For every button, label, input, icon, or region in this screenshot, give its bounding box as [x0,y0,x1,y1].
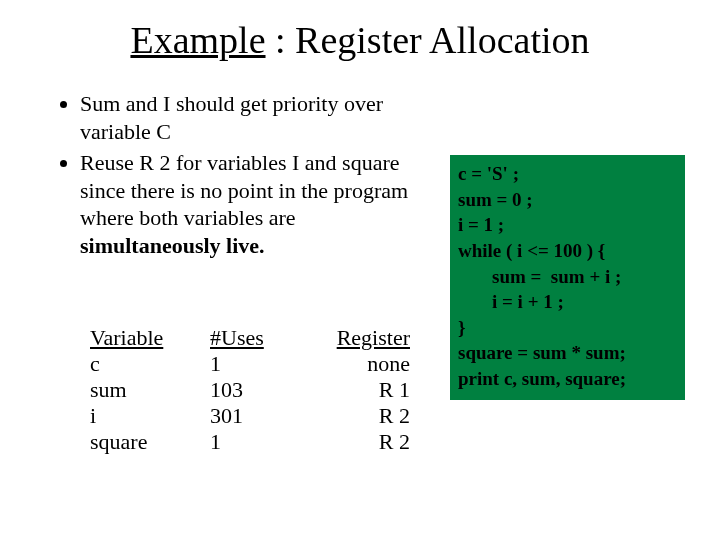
cell-uses: 103 [210,377,300,403]
code-block: c = 'S' ; sum = 0 ; i = 1 ; while ( i <=… [450,155,685,400]
bullet-item: Reuse R 2 for variables I and square sin… [80,149,430,259]
code-line: print c, sum, square; [458,368,626,389]
header-uses: #Uses [210,325,300,351]
bullet-item: Sum and I should get priority over varia… [80,90,430,145]
cell-variable: i [90,403,210,429]
code-line: sum = 0 ; [458,189,533,210]
bullet-text: Sum and I should get priority over varia… [80,91,383,144]
header-variable-label: Variable [90,325,163,350]
code-line: square = sum * sum; [458,342,626,363]
header-variable: Variable [90,325,210,351]
code-line: } [458,317,466,338]
cell-variable: sum [90,377,210,403]
title-example: Example [130,19,265,61]
code-line: i = i + 1 ; [492,291,564,312]
slide: Example : Register Allocation Sum and I … [0,0,720,540]
title-topic: Register Allocation [295,19,589,61]
cell-register: R 2 [300,429,410,455]
code-line: while ( i <= 100 ) { [458,240,605,261]
title-colon: : [266,19,296,61]
bullet-list: Sum and I should get priority over varia… [60,90,430,263]
header-register: Register [300,325,410,351]
variable-table: Variable #Uses Register c 1 none sum 103… [90,325,410,455]
cell-uses: 301 [210,403,300,429]
cell-register: R 1 [300,377,410,403]
table-header-row: Variable #Uses Register [90,325,410,351]
cell-uses: 1 [210,429,300,455]
slide-title: Example : Register Allocation [0,18,720,62]
code-line: c = 'S' ; [458,163,519,184]
cell-variable: square [90,429,210,455]
bullet-text-pre: Reuse R 2 for variables I and square sin… [80,150,408,230]
cell-uses: 1 [210,351,300,377]
cell-register: R 2 [300,403,410,429]
table-row: square 1 R 2 [90,429,410,455]
cell-register: none [300,351,410,377]
code-line: i = 1 ; [458,214,504,235]
bullet-text-bold: simultaneously live. [80,233,265,258]
table-row: c 1 none [90,351,410,377]
cell-variable: c [90,351,210,377]
table-row: i 301 R 2 [90,403,410,429]
header-uses-label: #Uses [210,325,264,350]
header-register-label: Register [337,325,410,350]
code-line: sum = sum + i ; [492,266,621,287]
table-row: sum 103 R 1 [90,377,410,403]
